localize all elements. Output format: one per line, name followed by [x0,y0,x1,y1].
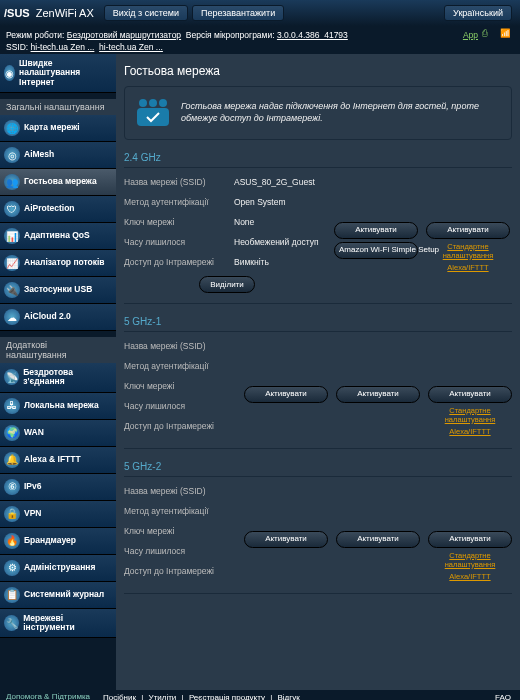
sidebar-item-label: IPv6 [24,482,42,491]
sidebar-item[interactable]: 🌍WAN [0,420,116,447]
alexa-link[interactable]: Alexa/IFTTT [449,427,490,436]
default-note[interactable]: Стандартне налаштування [426,242,510,260]
enable-button[interactable]: Активувати [244,386,328,403]
band-header: 2.4 GHz [124,148,512,168]
fw-value[interactable]: 3.0.0.4.386_41793 [277,30,348,40]
field-value: Необмежений доступ [234,237,330,247]
logout-button[interactable]: Вихід з системи [104,5,188,21]
field-label: Ключ мережі [124,381,234,391]
sidebar-item[interactable]: 🔔Alexa & IFTTT [0,447,116,474]
amazon-setup-button[interactable]: Amazon Wi-Fi Simple Setup [334,242,418,259]
enable-button[interactable]: Активувати [336,531,420,548]
sidebar-item-label: AiProtection [24,204,75,213]
sidebar-item[interactable]: 🌐Карта мережі [0,115,116,142]
sidebar-item[interactable]: 🖧Локальна мережа [0,393,116,420]
show-button[interactable]: Виділити [199,276,255,293]
footer-link[interactable]: Посібник [103,693,136,700]
field-label: Доступ до Інтрамережі [124,421,234,431]
sidebar-quick-setup[interactable]: ◉ Швидке налаштування Інтернет [0,54,116,93]
sidebar-item[interactable]: ⚙Адміністрування [0,555,116,582]
field-value: None [234,217,330,227]
svg-point-0 [139,99,147,107]
mode-label: Режим роботи: [6,30,64,40]
alexa-link[interactable]: Alexa/IFTTT [449,572,490,581]
default-note[interactable]: Стандартне налаштування [428,406,512,424]
sidebar-item[interactable]: 🛡AiProtection [0,196,116,223]
sidebar-item[interactable]: 📊Адаптивна QoS [0,223,116,250]
sidebar-item[interactable]: 🔧Мережеві інструменти [0,609,116,639]
sidebar-item-label: Брандмауер [24,536,76,545]
sidebar-section-general: Загальні налаштування [0,99,116,115]
sidebar-item[interactable]: 🔌Застосунки USB [0,277,116,304]
sidebar-item[interactable]: 👥Гостьова мережа [0,169,116,196]
default-note[interactable]: Стандартне налаштування [428,551,512,569]
gauge-icon: ◉ [4,65,15,81]
app-link[interactable]: App [463,30,478,40]
footer-link[interactable]: Відгук [277,693,299,700]
footer-link[interactable]: Утиліти [149,693,177,700]
svg-point-1 [149,99,157,107]
users-icon [133,95,173,131]
footer-link[interactable]: Реєстрація продукту [189,693,265,700]
field-label: Доступ до Інтрамережі [124,257,234,267]
sidebar-icon: 📋 [4,587,20,603]
enable-button[interactable]: Активувати [428,386,512,403]
guest-slot: АктивуватиСтандартне налаштуванняAlexa/I… [426,222,510,272]
enable-button[interactable]: Активувати [244,531,328,548]
enable-button[interactable]: Активувати [334,222,418,239]
reboot-button[interactable]: Перезавантажити [192,5,284,21]
field-label: Назва мережі (SSID) [124,341,234,351]
ssid1[interactable]: hi-tech.ua Zen ... [31,42,95,52]
field-label: Доступ до Інтрамережі [124,566,234,576]
sidebar-item-label: Alexa & IFTTT [24,455,81,464]
field-value: Open System [234,197,330,207]
band-block: Назва мережі (SSID)Метод аутентифікаціїК… [124,483,512,583]
ssid-label: SSID: [6,42,28,52]
sidebar-item[interactable]: ⑥IPv6 [0,474,116,501]
enable-button[interactable]: Активувати [336,386,420,403]
sidebar-icon: 🖧 [4,398,20,414]
alexa-link[interactable]: Alexa/IFTTT [447,263,488,272]
guest-slot: АктивуватиСтандартне налаштуванняAlexa/I… [428,531,512,581]
sidebar-item-label: Адміністрування [24,563,95,572]
fw-label: Версія мікропрограми: [186,30,275,40]
ssid2[interactable]: hi-tech.ua Zen ... [99,42,163,52]
sidebar: ◉ Швидке налаштування Інтернет Загальні … [0,54,116,690]
sidebar-item-label: Гостьова мережа [24,177,97,186]
signal-icon[interactable]: 📶 [500,28,514,42]
sidebar-icon: 👥 [4,174,20,190]
field-label: Часу лишилося [124,237,234,247]
sidebar-item-label: Застосунки USB [24,285,92,294]
product-name: ZenWiFi AX [36,7,94,19]
sidebar-item[interactable]: 🔥Брандмауер [0,528,116,555]
sidebar-item[interactable]: 🔒VPN [0,501,116,528]
language-select[interactable]: Український [444,5,512,21]
guest-slot: АктивуватиСтандартне налаштуванняAlexa/I… [428,386,512,436]
svg-rect-3 [137,108,169,126]
usb-icon[interactable]: ⎙ [482,28,496,42]
enable-button[interactable]: Активувати [426,222,510,239]
band-block: Назва мережі (SSID)Метод аутентифікаціїК… [124,338,512,438]
sidebar-item[interactable]: 📈Аналізатор потоків [0,250,116,277]
mode-value[interactable]: Бездротовий маршрутизатор [67,30,181,40]
sidebar-icon: 🌐 [4,120,20,136]
enable-button[interactable]: Активувати [428,531,512,548]
sidebar-item[interactable]: ☁AiCloud 2.0 [0,304,116,331]
sidebar-item[interactable]: 📡Бездротова з'єднання [0,363,116,393]
sidebar-item[interactable]: ◎AiMesh [0,142,116,169]
top-bar: /SUS ZenWiFi AX Вихід з системи Перезава… [0,0,520,26]
sidebar-icon: ◎ [4,147,20,163]
faq-link[interactable]: FAQ [495,693,511,700]
guest-slot: Активувати [244,386,328,403]
sidebar-item-label: Аналізатор потоків [24,258,105,267]
sidebar-item[interactable]: 📋Системний журнал [0,582,116,609]
sidebar-item-label: AiCloud 2.0 [24,312,71,321]
intro-box: Гостьова мережа надає підключення до Інт… [124,86,512,140]
field-label: Ключ мережі [124,217,234,227]
band-header: 5 GHz-2 [124,457,512,477]
field-label: Метод аутентифікації [124,361,234,371]
field-label: Часу лишилося [124,401,234,411]
sidebar-item-label: Карта мережі [24,123,80,132]
help-link[interactable]: Допомога & Підтримка [6,693,90,700]
guest-slot: Активувати [244,531,328,548]
